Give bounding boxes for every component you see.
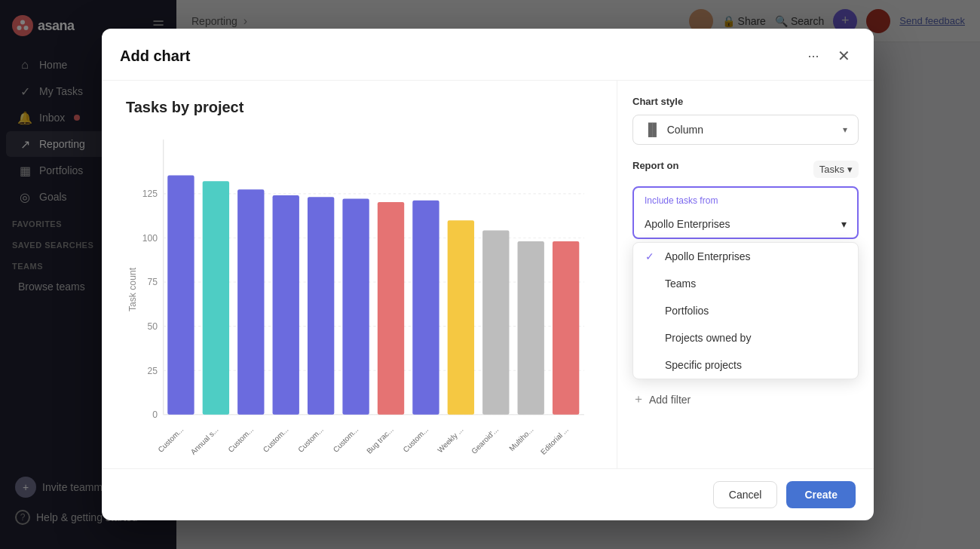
include-tasks-menu: ✓ Apollo Enterprises Teams Portfolios Pr… [632, 242, 859, 379]
svg-text:75: 75 [147, 277, 158, 287]
option-teams[interactable]: Teams [633, 270, 858, 297]
select-chevron-icon: ▾ [841, 218, 847, 230]
close-button[interactable]: ✕ [831, 44, 856, 68]
svg-rect-40 [553, 241, 579, 415]
modal-header: Add chart ··· ✕ [102, 29, 874, 81]
add-chart-modal: Add chart ··· ✕ Tasks by project [102, 29, 874, 520]
svg-rect-36 [482, 231, 509, 415]
svg-rect-18 [167, 176, 194, 415]
svg-text:Custom...: Custom... [296, 425, 325, 454]
svg-rect-20 [203, 181, 229, 414]
svg-rect-28 [342, 199, 369, 415]
chart-container: 0 25 50 75 100 125 Task count Custom... [126, 131, 593, 468]
svg-text:Custom...: Custom... [156, 425, 185, 454]
chevron-down-icon: ▾ [843, 124, 847, 135]
svg-rect-34 [448, 220, 474, 415]
svg-text:50: 50 [147, 321, 158, 332]
include-tasks-label: Include tasks from [634, 188, 857, 212]
svg-text:Weekly ...: Weekly ... [436, 425, 465, 455]
add-filter-label: Add filter [649, 394, 691, 406]
chart-style-value: Column [667, 124, 703, 136]
svg-rect-38 [518, 241, 544, 415]
tasks-badge[interactable]: Tasks ▾ [813, 161, 859, 178]
chart-area: Tasks by project 0 25 50 [102, 81, 617, 468]
svg-text:Custom...: Custom... [226, 425, 255, 454]
option-teams-label: Teams [665, 278, 696, 290]
svg-text:Custom...: Custom... [401, 425, 430, 454]
cancel-button[interactable]: Cancel [713, 481, 778, 508]
add-filter-button[interactable]: ＋ Add filter [632, 385, 859, 413]
option-portfolios-label: Portfolios [665, 305, 709, 317]
svg-text:0: 0 [152, 409, 158, 420]
chart-title: Tasks by project [126, 99, 593, 116]
report-on-header: Report on Tasks ▾ [632, 160, 859, 179]
svg-rect-24 [273, 195, 299, 415]
svg-text:25: 25 [147, 366, 158, 376]
more-options-button[interactable]: ··· [801, 44, 825, 68]
svg-text:Editorial ...: Editorial ... [539, 425, 570, 456]
svg-text:Annual s...: Annual s... [189, 425, 220, 456]
modal-footer: Cancel Create [102, 468, 874, 520]
option-specific-projects-label: Specific projects [665, 359, 742, 371]
svg-text:100: 100 [142, 233, 158, 244]
option-specific-projects[interactable]: Specific projects [633, 351, 858, 379]
selected-option-label: Apollo Enterprises [645, 218, 730, 230]
tasks-label: Tasks [819, 164, 844, 175]
chart-svg: 0 25 50 75 100 125 Task count Custom... [126, 131, 593, 465]
svg-rect-32 [412, 201, 439, 415]
svg-rect-22 [237, 189, 264, 414]
chart-style-section: Chart style ▐▌ Column ▾ [632, 96, 859, 145]
check-icon: ✓ [645, 250, 657, 262]
option-portfolios[interactable]: Portfolios [633, 297, 858, 324]
report-on-label: Report on [632, 160, 678, 171]
svg-text:Custom...: Custom... [332, 425, 360, 454]
modal-title: Add chart [120, 48, 801, 65]
svg-text:125: 125 [142, 189, 158, 199]
svg-text:Bug trac...: Bug trac... [365, 425, 395, 455]
svg-text:Gearoid'...: Gearoid'... [470, 425, 500, 455]
svg-rect-30 [378, 202, 404, 415]
plus-icon: ＋ [632, 391, 645, 407]
svg-text:Multiho...: Multiho... [507, 425, 534, 452]
svg-rect-26 [308, 197, 334, 414]
include-tasks-select[interactable]: Apollo Enterprises ▾ [634, 212, 857, 238]
more-items-label: + 525 more [126, 468, 593, 468]
create-button[interactable]: Create [786, 481, 856, 508]
option-projects-owned[interactable]: Projects owned by [633, 324, 858, 351]
report-on-section: Report on Tasks ▾ Include tasks from Apo… [632, 160, 859, 413]
svg-text:Custom...: Custom... [262, 425, 290, 454]
column-chart-icon: ▐▌ [644, 123, 661, 136]
chart-style-dropdown[interactable]: ▐▌ Column ▾ [632, 115, 859, 145]
modal-body: Tasks by project 0 25 50 [102, 81, 874, 468]
option-apollo-label: Apollo Enterprises [665, 250, 751, 262]
include-tasks-container: Include tasks from Apollo Enterprises ▾ [632, 186, 859, 239]
option-projects-owned-label: Projects owned by [665, 332, 751, 344]
modal-actions: ··· ✕ [801, 44, 856, 68]
badge-chevron-icon: ▾ [847, 164, 853, 175]
option-apollo[interactable]: ✓ Apollo Enterprises [633, 243, 858, 270]
chart-style-label: Chart style [632, 96, 859, 107]
right-panel: Chart style ▐▌ Column ▾ Report on Tasks … [617, 81, 874, 468]
svg-text:Task count: Task count [127, 267, 138, 311]
